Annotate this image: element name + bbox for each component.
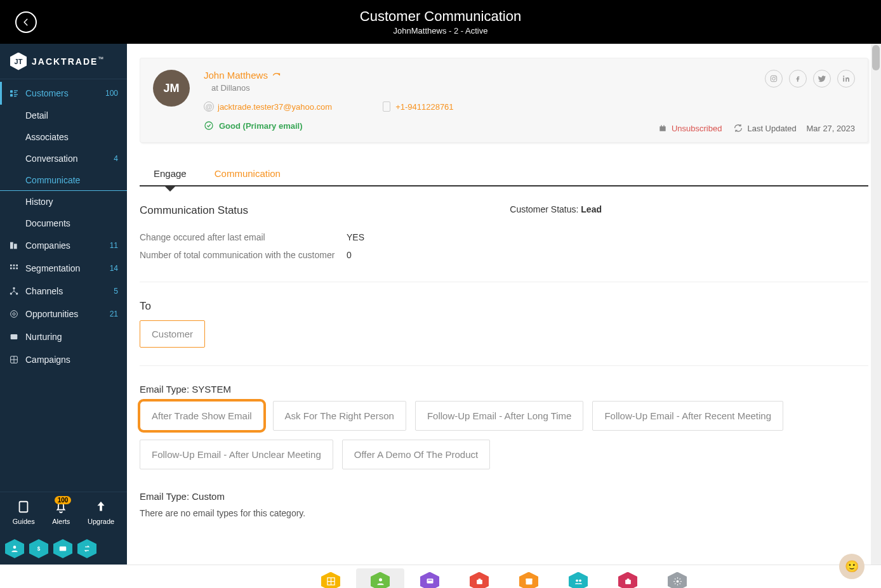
customers-icon (371, 572, 390, 589)
svg-point-18 (13, 313, 15, 315)
sidebar-sub-history[interactable]: History (0, 191, 127, 212)
email-type-followup-recent-meeting[interactable]: Follow-Up Email - After Recent Meeting (592, 401, 783, 431)
svg-rect-40 (625, 580, 631, 584)
email-type-followup-unclear-meeting[interactable]: Follow-Up Email - After Unclear Meeting (140, 440, 333, 469)
upgrade-button[interactable]: Upgrade (88, 500, 114, 525)
instagram-icon[interactable] (765, 70, 783, 88)
sidebar-item-segmentation[interactable]: Segmentation14 (0, 257, 127, 280)
customer-email[interactable]: @jacktrade.tester37@yahoo.com (204, 101, 332, 112)
chip-transfer[interactable] (77, 539, 96, 558)
to-section: To Customer (140, 300, 868, 348)
svg-point-42 (676, 580, 679, 583)
bottombar-mainboard[interactable]: Mainboard (307, 568, 355, 589)
communication-status-section: Communication Status Change occured afte… (140, 204, 868, 264)
quotes-icon (420, 572, 439, 589)
guides-button[interactable]: Guides (13, 500, 35, 525)
svg-rect-32 (427, 578, 433, 584)
to-chip-customer[interactable]: Customer (140, 320, 205, 348)
svg-rect-35 (478, 578, 480, 580)
brand-name: JACKTRADE (32, 56, 98, 67)
bottombar-quotes[interactable]: Quotes (406, 568, 454, 589)
page-subtitle: JohnMatthews - 2 - Active (360, 26, 521, 36)
bottombar-calendar[interactable]: Calendar (505, 568, 553, 589)
main-content: JM John Matthews at Dillanos @jacktrade.… (127, 44, 881, 565)
share-icon[interactable] (272, 70, 281, 80)
sidebar-sub-detail[interactable]: Detail (0, 105, 127, 126)
svg-rect-9 (13, 265, 15, 266)
tabs: Engage Communication (140, 168, 868, 186)
customer-phone[interactable]: +1-9411228761 (383, 101, 453, 112)
facebook-icon[interactable] (789, 70, 807, 88)
topbar: Customer Communication JohnMatthews - 2 … (0, 0, 881, 44)
back-button[interactable] (15, 11, 37, 33)
chip-card[interactable] (53, 539, 72, 558)
svg-rect-13 (16, 268, 18, 270)
users-icon (9, 88, 19, 98)
svg-rect-3 (10, 94, 13, 96)
email-type-system-label: Email Type: SYSTEM (140, 384, 868, 395)
chip-user[interactable] (5, 539, 24, 558)
customer-name[interactable]: John Matthews (204, 70, 454, 81)
scrollbar[interactable] (871, 44, 881, 565)
scrollbar-thumb[interactable] (872, 45, 880, 70)
page-title: Customer Communication (360, 8, 521, 25)
bottombar-operations[interactable]: Operations (604, 568, 652, 589)
twitter-icon[interactable] (813, 70, 831, 88)
chip-dollar[interactable]: $ (29, 539, 48, 558)
sidebar-sub-conversation[interactable]: Conversation4 (0, 148, 127, 169)
svg-point-30 (843, 75, 844, 77)
email-type-ask-right-person[interactable]: Ask For The Right Person (273, 401, 406, 431)
sidebar-item-customers[interactable]: Customers 100 (0, 82, 127, 105)
sidebar-bottom: Guides 100 Alerts Upgrade (0, 492, 127, 533)
social-links (765, 70, 855, 88)
svg-point-15 (10, 292, 12, 294)
svg-rect-7 (14, 244, 17, 249)
at-icon: @ (204, 101, 214, 112)
sidebar-item-nurturing[interactable]: Nurturing (0, 325, 127, 348)
unsubscribe-icon (658, 123, 668, 133)
sidebar-item-opportunities[interactable]: Opportunities21 (0, 303, 127, 325)
sidebar-sub-communicate[interactable]: Communicate (0, 169, 127, 191)
tab-communication[interactable]: Communication (213, 168, 282, 185)
chevron-left-icon (22, 18, 30, 27)
divider (140, 365, 868, 366)
svg-rect-41 (626, 578, 629, 580)
email-quality-status: Good (Primary email) (204, 121, 454, 131)
user-avatar[interactable]: 🙂 (839, 554, 864, 579)
bottombar-customers[interactable]: Customers (356, 568, 404, 589)
tab-engage[interactable]: Engage (152, 168, 188, 185)
svg-point-17 (11, 311, 18, 318)
sidebar-sub-documents[interactable]: Documents (0, 212, 127, 234)
alerts-button[interactable]: 100 Alerts (52, 500, 70, 525)
sidebar-item-companies[interactable]: Companies11 (0, 234, 127, 257)
svg-rect-29 (843, 77, 844, 81)
email-type-followup-long-time[interactable]: Follow-Up Email - After Long Time (415, 401, 584, 431)
last-updated: Last Updated Mar 27, 2023 (733, 123, 855, 133)
subscription-status[interactable]: Unsubscribed (658, 123, 722, 133)
customer-card: JM John Matthews at Dillanos @jacktrade.… (140, 58, 868, 143)
alerts-badge: 100 (55, 496, 72, 504)
email-type-after-trade-show[interactable]: After Trade Show Email (140, 401, 264, 431)
status-row: Change occured after last email YES (140, 228, 364, 246)
comm-status-heading: Communication Status (140, 204, 364, 217)
svg-rect-1 (14, 90, 18, 91)
svg-rect-8 (10, 265, 12, 266)
tablet-icon (17, 500, 30, 514)
mainboard-icon (321, 572, 340, 589)
brand-logo[interactable]: JT JACKTRADE™ (0, 44, 127, 79)
bottombar-jobs[interactable]: Jobs (455, 568, 503, 589)
svg-point-27 (772, 77, 776, 81)
linkedin-icon[interactable] (837, 70, 855, 88)
bottombar-teams[interactable]: Teams (554, 568, 602, 589)
operations-icon (618, 572, 637, 589)
bottombar: MainboardCustomersQuotesJobsCalendarTeam… (127, 565, 881, 588)
customer-status: Customer Status: Lead (510, 204, 868, 214)
sidebar-item-channels[interactable]: Channels5 (0, 280, 127, 303)
bottombar-setup[interactable]: Setup (653, 568, 701, 589)
divider (140, 282, 868, 282)
sidebar-nav: Customers 100 Detail Associates Conversa… (0, 79, 127, 492)
email-type-offer-demo[interactable]: Offer A Demo Of The Product (342, 440, 490, 469)
sidebar-item-campaigns[interactable]: Campaigns (0, 348, 127, 371)
email-type-system-section: Email Type: SYSTEM After Trade Show Emai… (140, 384, 868, 469)
sidebar-sub-associates[interactable]: Associates (0, 126, 127, 148)
